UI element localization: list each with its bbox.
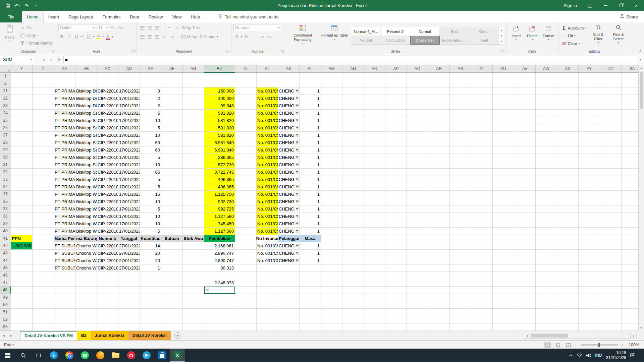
- column-header-Z[interactable]: Z: [33, 65, 54, 73]
- cell-AR47[interactable]: [428, 279, 450, 287]
- column-header-AM[interactable]: AM: [321, 65, 342, 73]
- cell-AN46[interactable]: [342, 272, 364, 279]
- merge-center-button[interactable]: Merge & Center▾: [180, 33, 219, 41]
- cell-AV42[interactable]: [514, 242, 536, 250]
- cell-Y42[interactable]: 802.986: [11, 242, 33, 250]
- cell-AY50[interactable]: [579, 301, 600, 309]
- task-view-button[interactable]: [31, 349, 46, 362]
- cell-AO37[interactable]: [364, 205, 385, 213]
- cell-AV38[interactable]: [514, 213, 536, 220]
- cell-AX44[interactable]: [557, 257, 579, 264]
- cell-Y26[interactable]: [11, 124, 33, 132]
- cell-Y43[interactable]: [11, 250, 33, 257]
- cell-AE28[interactable]: 60: [140, 139, 161, 146]
- cell-AL33[interactable]: 1: [300, 176, 321, 183]
- cell-AO52[interactable]: [364, 316, 385, 323]
- column-header-AD[interactable]: AD: [118, 65, 140, 73]
- cell-AA43[interactable]: PT SUBUF: [54, 250, 75, 257]
- name-box[interactable]: SUM ▾: [1, 56, 34, 64]
- column-header-AX[interactable]: AX: [557, 65, 579, 73]
- cell-AS36[interactable]: [450, 198, 471, 205]
- cell-AU38[interactable]: [493, 213, 514, 220]
- cell-Y29[interactable]: [11, 146, 33, 154]
- column-header-BA[interactable]: BA: [622, 65, 638, 73]
- cell-AV50[interactable]: [514, 301, 536, 309]
- cell-Y37[interactable]: [11, 205, 33, 213]
- cell-AF35[interactable]: [161, 191, 183, 198]
- cell-AS1[interactable]: [450, 73, 471, 80]
- cell-AZ38[interactable]: [600, 213, 622, 220]
- cell-AM24[interactable]: [321, 110, 342, 117]
- cell-AU26[interactable]: [493, 124, 514, 132]
- gallery-up-arrow[interactable]: ▴: [499, 27, 504, 33]
- cell-AX29[interactable]: [557, 146, 579, 154]
- cell-AN37[interactable]: [342, 205, 364, 213]
- gallery-more-button[interactable]: ▾: [499, 39, 504, 45]
- enter-entry-button[interactable]: ✓: [48, 56, 55, 64]
- cell-AP47[interactable]: [385, 279, 407, 287]
- cell-AB36[interactable]: Biskitop Wa: [75, 198, 97, 205]
- cell-AC42[interactable]: CIP-22010: [97, 242, 118, 250]
- horizontal-scroll-track[interactable]: [530, 333, 631, 339]
- row-header-21[interactable]: 21: [0, 87, 11, 95]
- cell-AM36[interactable]: [321, 198, 342, 205]
- cell-AE35[interactable]: 15: [140, 191, 161, 198]
- row-header-42[interactable]: 42: [0, 242, 11, 250]
- column-header-AV[interactable]: AV: [514, 65, 536, 73]
- cell-AJ24[interactable]: No. 001/CS: [257, 110, 278, 117]
- cell-Y41[interactable]: PPN: [11, 235, 33, 242]
- cell-AO48[interactable]: [364, 287, 385, 294]
- cell-Y53[interactable]: [11, 323, 33, 331]
- vertical-scroll-thumb[interactable]: [640, 72, 643, 109]
- cell-AE42[interactable]: 14: [140, 242, 161, 250]
- cell-AX34[interactable]: [557, 183, 579, 191]
- cell-AK51[interactable]: [278, 309, 300, 316]
- cell-AO21[interactable]: [364, 87, 385, 95]
- cell-AZ40[interactable]: [600, 228, 622, 235]
- cell-AD32[interactable]: 17/01/2022: [118, 169, 140, 176]
- cell-AG24[interactable]: [183, 110, 204, 117]
- cell-AF22[interactable]: [161, 95, 183, 102]
- cell-AW32[interactable]: [536, 169, 557, 176]
- cell-AJ29[interactable]: No. 001/CS: [257, 146, 278, 154]
- cell-AW43[interactable]: [536, 250, 557, 257]
- cell-AU45[interactable]: [493, 264, 514, 272]
- cell-AW44[interactable]: [536, 257, 557, 264]
- cell-AS48[interactable]: [450, 287, 471, 294]
- cell-AZ41[interactable]: [600, 235, 622, 242]
- cell-AC22[interactable]: CIP-22010: [97, 95, 118, 102]
- row-header-37[interactable]: 37: [0, 205, 11, 213]
- cell-AQ52[interactable]: [407, 316, 428, 323]
- cell-AD22[interactable]: 17/01/2022: [118, 95, 140, 102]
- cell-AO40[interactable]: [364, 228, 385, 235]
- cell-AR25[interactable]: [428, 117, 450, 124]
- cancel-entry-button[interactable]: ×: [41, 56, 48, 64]
- cell-style-neutral[interactable]: Neutral: [351, 36, 381, 45]
- cell-AB44[interactable]: Chocho Wa: [75, 257, 97, 264]
- cell-AF31[interactable]: [161, 161, 183, 169]
- cell-AQ37[interactable]: [407, 205, 428, 213]
- cell-AV48[interactable]: [514, 287, 536, 294]
- cell-AS53[interactable]: [450, 323, 471, 331]
- cell-AM27[interactable]: [321, 132, 342, 139]
- formula-bar-splitter[interactable]: ⋮: [36, 58, 39, 62]
- cell-AX50[interactable]: [557, 301, 579, 309]
- cell-AG2[interactable]: [183, 80, 204, 87]
- cell-AE2[interactable]: [140, 80, 161, 87]
- cell-AR40[interactable]: [428, 228, 450, 235]
- cell-AT34[interactable]: [471, 183, 493, 191]
- cell-AH21[interactable]: 150.000: [204, 87, 235, 95]
- cell-AO38[interactable]: [364, 213, 385, 220]
- cell-AB52[interactable]: [75, 316, 97, 323]
- cell-AL32[interactable]: 1: [300, 169, 321, 176]
- cell-AH41[interactable]: Pembelian: [204, 235, 235, 242]
- cell-AN27[interactable]: [342, 132, 364, 139]
- cell-AD28[interactable]: 17/01/2022: [118, 139, 140, 146]
- column-header-AZ[interactable]: AZ: [600, 65, 622, 73]
- cell-AM33[interactable]: [321, 176, 342, 183]
- cell-AS21[interactable]: [450, 87, 471, 95]
- cell-AK40[interactable]: CHENG YE: [278, 228, 300, 235]
- cell-AL31[interactable]: 1: [300, 161, 321, 169]
- cell-AG28[interactable]: [183, 139, 204, 146]
- cell-AN45[interactable]: [342, 264, 364, 272]
